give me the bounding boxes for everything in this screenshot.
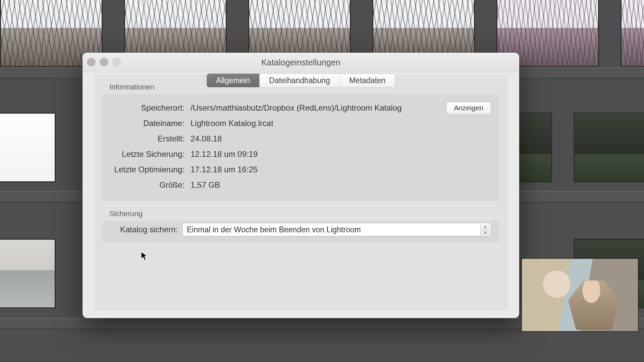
webcam-overlay xyxy=(522,259,638,331)
show-button[interactable]: Anzeigen xyxy=(446,102,491,114)
created-value: 24.08.18 xyxy=(191,134,485,143)
backup-frequency-select[interactable]: Einmal in der Woche beim Beenden von Lig… xyxy=(182,223,491,236)
close-icon[interactable] xyxy=(87,58,95,66)
location-value: /Users/matthiasbutz/Dropbox (RedLens)/Li… xyxy=(191,103,440,113)
backup-label: Katalog sichern: xyxy=(111,225,178,234)
last-optimize-value: 17.12.18 um 16:25 xyxy=(191,165,485,174)
thumbnail[interactable] xyxy=(0,113,56,182)
last-backup-value: 12.12.18 um 09:19 xyxy=(191,149,485,159)
dialog-title: Katalogeinstellungen xyxy=(261,58,340,67)
select-stepper-icon[interactable]: ▲▼ xyxy=(480,224,490,235)
thumbnail[interactable] xyxy=(621,0,644,67)
last-backup-label: Letzte Sicherung: xyxy=(111,149,184,159)
info-box: Speicherort: /Users/matthiasbutz/Dropbox… xyxy=(102,94,500,201)
tab-metadata[interactable]: Metadaten xyxy=(340,74,395,87)
thumbnail[interactable] xyxy=(0,239,56,308)
catalog-settings-dialog: Katalogeinstellungen Informationen Speic… xyxy=(83,53,519,318)
filename-label: Dateiname: xyxy=(111,119,184,128)
tab-file-handling[interactable]: Dateihandhabung xyxy=(260,74,340,87)
backup-box: Katalog sichern: Einmal in der Woche bei… xyxy=(102,221,500,242)
zoom-icon xyxy=(113,58,121,66)
settings-tabs: Allgemein Dateihandhabung Metadaten xyxy=(206,73,395,87)
minimize-icon[interactable] xyxy=(100,58,108,66)
dialog-titlebar[interactable]: Katalogeinstellungen xyxy=(83,53,519,72)
last-optimize-label: Letzte Optimierung: xyxy=(111,165,184,174)
size-label: Größe: xyxy=(111,180,184,190)
created-label: Erstellt: xyxy=(111,134,184,143)
section-header-backup: Sicherung xyxy=(95,201,507,221)
tab-general[interactable]: Allgemein xyxy=(207,74,260,87)
location-label: Speicherort: xyxy=(111,103,184,113)
size-value: 1,57 GB xyxy=(191,180,485,190)
dialog-body: Informationen Speicherort: /Users/matthi… xyxy=(95,75,507,310)
backup-frequency-value: Einmal in der Woche beim Beenden von Lig… xyxy=(187,225,361,234)
filename-value: Lightroom Katalog.lrcat xyxy=(191,119,485,128)
thumbnail[interactable] xyxy=(574,113,644,182)
